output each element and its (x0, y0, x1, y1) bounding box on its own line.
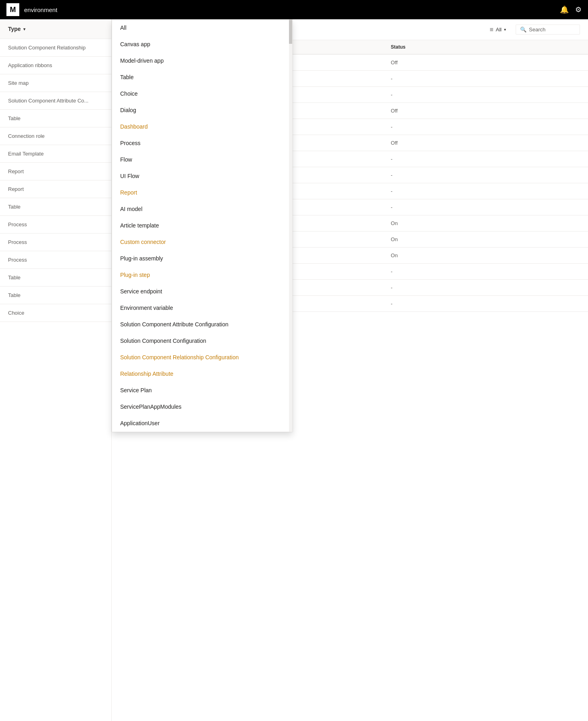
dropdown-item[interactable]: Table (112, 69, 292, 86)
type-chevron-icon: ▾ (23, 27, 25, 31)
type-dropdown[interactable]: AllCanvas appModel-driven appTableChoice… (112, 19, 293, 432)
cell-status: - (384, 199, 588, 215)
dropdown-item[interactable]: UI Flow (112, 168, 292, 184)
dropdown-item[interactable]: Solution Component Attribute Configurati… (112, 316, 292, 333)
dropdown-items-container: AllCanvas appModel-driven appTableChoice… (112, 20, 292, 432)
search-icon: 🔍 (520, 27, 527, 33)
settings-icon[interactable]: ⚙ (575, 5, 582, 14)
header-right: 🔔 ⚙ (560, 5, 582, 14)
main-container: Type ▾ Solution Component RelationshipAp… (0, 19, 588, 721)
cell-status: - (384, 280, 588, 296)
search-box[interactable]: 🔍 Search (516, 25, 580, 35)
type-row: Table (0, 198, 111, 216)
cell-status: On (384, 231, 588, 248)
type-row: Table (0, 269, 111, 287)
dropdown-item[interactable]: All (112, 20, 292, 36)
type-rows-container: Solution Component RelationshipApplicati… (0, 39, 111, 322)
dropdown-item[interactable]: Custom connector (112, 234, 292, 250)
type-row: Solution Component Relationship (0, 39, 111, 57)
cell-status: - (384, 119, 588, 135)
col-status: Status (384, 40, 588, 54)
dropdown-item[interactable]: Article template (112, 217, 292, 234)
type-row: Process (0, 216, 111, 234)
dropdown-item[interactable]: Dialog (112, 102, 292, 119)
header-left: M environment (6, 3, 57, 16)
dropdown-item[interactable]: Plug-in assembly (112, 250, 292, 267)
dropdown-item[interactable]: Canvas app (112, 36, 292, 53)
cell-status: - (384, 264, 588, 280)
cell-status: - (384, 167, 588, 183)
dropdown-item[interactable]: Model-driven app (112, 53, 292, 69)
type-row: Process (0, 234, 111, 251)
type-row: Connection role (0, 127, 111, 145)
type-column: Type ▾ Solution Component RelationshipAp… (0, 19, 112, 721)
type-row: Report (0, 163, 111, 180)
dropdown-item[interactable]: ServicePlanAppModules (112, 399, 292, 415)
dropdown-item[interactable]: Service endpoint (112, 283, 292, 300)
type-row: Process (0, 251, 111, 269)
scroll-thumb (289, 20, 292, 44)
cell-status: - (384, 71, 588, 87)
filter-all[interactable]: ≡ All ▾ (486, 25, 509, 35)
cell-status: - (384, 87, 588, 103)
dropdown-item[interactable]: Plug-in step (112, 267, 292, 283)
cell-status: Off (384, 54, 588, 71)
dropdown-item[interactable]: Environment variable (112, 300, 292, 316)
dropdown-item[interactable]: Service Plan (112, 382, 292, 399)
dropdown-item[interactable]: Solution Component Configuration (112, 333, 292, 349)
app-logo: M (6, 3, 19, 16)
cell-status: - (384, 151, 588, 167)
type-row: Email Template (0, 145, 111, 163)
type-label: Type (8, 26, 21, 32)
dropdown-item[interactable]: Report (112, 184, 292, 201)
dropdown-item[interactable]: ApplicationUser (112, 415, 292, 432)
search-label: Search (529, 27, 545, 33)
cell-status: On (384, 215, 588, 231)
bell-icon[interactable]: 🔔 (560, 5, 569, 14)
dropdown-item[interactable]: Solution Component Relationship Configur… (112, 349, 292, 366)
dropdown-item[interactable]: Relationship Attribute (112, 366, 292, 382)
type-row: Site map (0, 74, 111, 92)
cell-status: - (384, 183, 588, 199)
type-row: Table (0, 287, 111, 304)
scrollbar (289, 20, 292, 432)
type-row: Report (0, 180, 111, 198)
cell-status: Off (384, 135, 588, 151)
filter-label: All (496, 27, 502, 33)
cell-status: - (384, 296, 588, 312)
type-row: Application ribbons (0, 57, 111, 74)
filter-chevron-icon: ▾ (504, 27, 506, 32)
type-row: Table (0, 110, 111, 127)
cell-status: On (384, 248, 588, 264)
dropdown-item[interactable]: Dashboard (112, 119, 292, 135)
type-row: Choice (0, 304, 111, 322)
type-column-header[interactable]: Type ▾ (0, 19, 111, 39)
filter-icon: ≡ (490, 26, 493, 33)
dropdown-item[interactable]: Choice (112, 86, 292, 102)
environment-label: environment (24, 6, 57, 13)
dropdown-item[interactable]: AI model (112, 201, 292, 217)
type-row: Solution Component Attribute Co... (0, 92, 111, 110)
dropdown-item[interactable]: Process (112, 135, 292, 152)
dropdown-item[interactable]: Flow (112, 152, 292, 168)
cell-status: Off (384, 103, 588, 119)
app-header: M environment 🔔 ⚙ (0, 0, 588, 19)
